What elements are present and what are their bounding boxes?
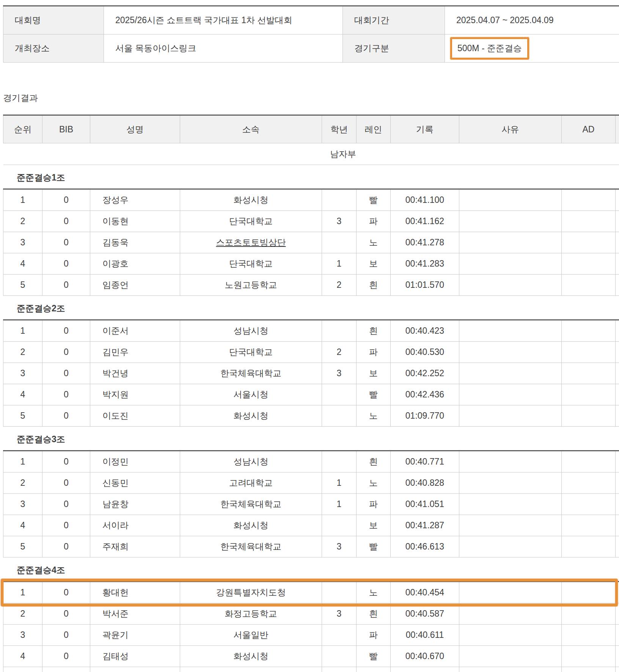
ad-cell: [562, 582, 616, 603]
grade-cell: [322, 582, 357, 603]
lane-cell: 노: [357, 405, 391, 427]
group-results-table: 10이정민성남시청흰00:40.77120신동민고려대학교1노00:40.828…: [3, 450, 619, 557]
name-cell: 황대헌: [90, 582, 180, 603]
lane-header: 레인: [357, 115, 391, 143]
ad-cell: [562, 515, 616, 536]
team-cell[interactable]: 스포츠토토빙상단: [180, 667, 322, 672]
team-cell: 화성시청: [180, 189, 322, 211]
bib-cell: 0: [42, 582, 90, 603]
ad-cell: [562, 451, 616, 473]
team-cell[interactable]: 스포츠토토빙상단: [180, 232, 322, 253]
reason-cell: [459, 253, 562, 275]
competition-name-value: 2025/26시즌 쇼트트랙 국가대표 1차 선발대회: [104, 6, 343, 35]
rank-cell: 4: [3, 515, 42, 536]
record-cell: 00:41.287: [391, 515, 459, 536]
competition-period-value: 2025.04.07 ~ 2025.04.09: [445, 6, 619, 35]
bib-cell: 0: [42, 363, 90, 384]
competition-period-label: 대회기간: [343, 6, 445, 35]
spacer-cell: [616, 646, 619, 667]
bib-cell: 0: [42, 625, 90, 646]
group-title: 준준결승2조: [3, 296, 619, 319]
grade-cell: 2: [322, 275, 357, 296]
ad-cell: [562, 189, 616, 211]
bib-cell: 0: [42, 232, 90, 253]
team-cell: 한국체육대학교: [180, 494, 322, 515]
team-cell: 서울시청: [180, 384, 322, 405]
bib-cell: 0: [42, 211, 90, 232]
rank-cell: 1: [3, 320, 42, 342]
rank-cell: 3: [3, 232, 42, 253]
reason-cell: [459, 473, 562, 494]
result-row: 50한승수스포츠토토빙상단보00:40.739: [3, 667, 619, 672]
reason-cell: [459, 625, 562, 646]
ad-cell: [562, 646, 616, 667]
lane-cell: 파: [357, 211, 391, 232]
bib-cell: 0: [42, 667, 90, 672]
result-row: 30남윤창한국체육대학교1파00:41.051: [3, 494, 619, 515]
spacer-cell: [616, 625, 619, 646]
lane-cell: 빨: [357, 646, 391, 667]
ad-cell: [562, 625, 616, 646]
name-cell: 곽윤기: [90, 625, 180, 646]
record-cell: 00:40.771: [391, 451, 459, 473]
record-cell: 00:40.587: [391, 603, 459, 625]
team-cell: 서울일반: [180, 625, 322, 646]
reason-cell: [459, 320, 562, 342]
results-header-row: 순위 BIB 성명 소속 학년 레인 기록 사유 AD: [3, 115, 619, 143]
bib-cell: 0: [42, 384, 90, 405]
reason-cell: [459, 646, 562, 667]
bib-cell: 0: [42, 253, 90, 275]
reason-cell: [459, 536, 562, 557]
grade-cell: [322, 646, 357, 667]
lane-cell: 빨: [357, 536, 391, 557]
grade-cell: 3: [322, 536, 357, 557]
reason-cell: [459, 384, 562, 405]
reason-cell: [459, 494, 562, 515]
grade-cell: 3: [322, 363, 357, 384]
lane-cell: 빨: [357, 384, 391, 405]
team-cell: 노원고등학교: [180, 275, 322, 296]
spacer-cell: [616, 384, 619, 405]
reason-cell: [459, 603, 562, 625]
name-cell: 이동현: [90, 211, 180, 232]
record-cell: 00:40.611: [391, 625, 459, 646]
group-title: 준준결승4조: [3, 557, 619, 581]
grade-cell: [322, 405, 357, 427]
result-row: 10장성우화성시청빨00:41.100: [3, 189, 619, 211]
bib-cell: 0: [42, 189, 90, 211]
spacer-cell: [616, 232, 619, 253]
reason-cell: [459, 451, 562, 473]
name-cell: 이준서: [90, 320, 180, 342]
ad-cell: [562, 667, 616, 672]
record-cell: 01:09.770: [391, 405, 459, 427]
event-division-value: 500M - 준준결승: [445, 35, 619, 63]
team-cell: 성남시청: [180, 320, 322, 342]
result-row: 50임종언노원고등학교2흰01:01.570: [3, 275, 619, 296]
record-cell: 00:42.436: [391, 384, 459, 405]
spacer-cell: [616, 451, 619, 473]
team-cell: 단국대학교: [180, 211, 322, 232]
rank-cell: 2: [3, 473, 42, 494]
competition-name-label: 대회명: [3, 6, 104, 35]
result-row: 40이광호단국대학교1보00:41.283: [3, 253, 619, 275]
record-cell: 00:40.423: [391, 320, 459, 342]
ad-cell: [562, 253, 616, 275]
reason-cell: [459, 582, 562, 603]
division-label: 남자부: [3, 143, 619, 165]
record-cell: 01:01.570: [391, 275, 459, 296]
reason-cell: [459, 342, 562, 363]
rank-cell: 5: [3, 275, 42, 296]
lane-cell: 보: [357, 667, 391, 672]
rank-cell: 2: [3, 211, 42, 232]
name-cell: 임종언: [90, 275, 180, 296]
rank-cell: 3: [3, 363, 42, 384]
lane-cell: 흰: [357, 320, 391, 342]
ad-cell: [562, 536, 616, 557]
bib-cell: 0: [42, 536, 90, 557]
record-header: 기록: [391, 115, 459, 143]
bib-header: BIB: [42, 115, 90, 143]
event-division-highlight: 500M - 준준결승: [450, 37, 529, 60]
record-cell: 00:42.252: [391, 363, 459, 384]
group-results-table: 10이준서성남시청흰00:40.42320김민우단국대학교2파00:40.530…: [3, 319, 619, 427]
competition-info-table: 대회명 2025/26시즌 쇼트트랙 국가대표 1차 선발대회 대회기간 202…: [3, 5, 619, 63]
